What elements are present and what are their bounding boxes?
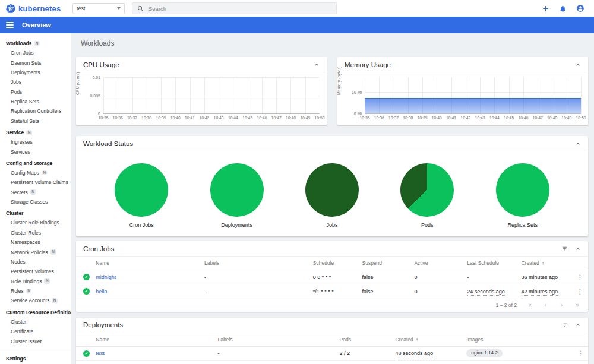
sidebar-item-roles[interactable]: RolesN <box>0 286 71 296</box>
collapse-icon[interactable] <box>575 62 581 68</box>
collapse-icon[interactable] <box>575 322 581 328</box>
sidebar-item-jobs[interactable]: Jobs <box>0 77 71 87</box>
column-header-schedule[interactable]: Schedule <box>311 257 360 270</box>
collapse-icon[interactable] <box>314 62 320 68</box>
column-header-created[interactable]: Created ↑ <box>519 257 573 270</box>
kebab-menu-icon[interactable]: ⋮ <box>575 349 586 357</box>
notifications-button[interactable] <box>559 5 567 12</box>
column-header-labels[interactable]: Labels <box>202 257 311 270</box>
column-header-active[interactable]: Active <box>412 257 465 270</box>
table-row: ✓hello-*/1 * * * *false024 seconds ago42… <box>76 284 588 299</box>
gridline <box>161 77 162 113</box>
column-header-name[interactable]: Name <box>93 333 215 347</box>
sidebar-item-services[interactable]: Services <box>0 147 71 156</box>
pods-cell: 3 / 3 <box>337 360 393 364</box>
gridline <box>233 77 233 113</box>
sidebar-item-cron-jobs[interactable]: Cron Jobs <box>0 48 71 58</box>
column-header-images[interactable]: Images <box>464 333 573 347</box>
namespace-selector[interactable]: test <box>72 3 125 14</box>
filter-icon[interactable] <box>561 322 568 328</box>
menu-icon[interactable] <box>6 22 14 28</box>
last-page-button[interactable] <box>574 302 580 308</box>
status-cell: ✓ <box>76 284 93 299</box>
sidebar-item-role-bindings[interactable]: Role BindingsN <box>0 277 71 286</box>
workload-pie-pods: Pods <box>391 163 463 228</box>
sidebar-item-replica-sets[interactable]: Replica Sets <box>0 97 71 106</box>
relative-time-value: - <box>467 274 469 281</box>
sidebar-item-service-accounts[interactable]: Service AccountsN <box>0 296 71 305</box>
sidebar-item-cluster-role-bindings[interactable]: Cluster Role Bindings <box>0 218 71 227</box>
sidebar-item-pods[interactable]: Pods <box>0 87 71 97</box>
collapse-icon[interactable] <box>575 246 581 252</box>
sidebar-item-label: Role Bindings <box>11 278 42 284</box>
table-row: ✓midnight-0 0 * * *false0-36 minutes ago… <box>76 270 588 284</box>
sidebar-item-storage-classes[interactable]: Storage Classes <box>0 197 71 207</box>
x-tick-label: 10:44 <box>228 116 238 120</box>
resource-name-link[interactable]: midnight <box>96 274 116 280</box>
labels-cell: - <box>215 346 337 360</box>
cpu-card-title: CPU Usage <box>83 61 307 68</box>
sidebar-item-label: Network Policies <box>11 249 48 255</box>
next-page-button[interactable] <box>558 302 564 308</box>
sidebar-item-config-maps[interactable]: Config MapsN <box>0 168 71 178</box>
sidebar-item-deployments[interactable]: Deployments <box>0 68 71 77</box>
sidebar-nav: WorkloadsNCron JobsDaemon SetsDeployment… <box>0 33 71 364</box>
column-header-labels[interactable]: Labels <box>215 333 337 347</box>
resource-name-link[interactable]: test <box>96 350 105 356</box>
x-tick-label: 10:48 <box>547 116 557 120</box>
sidebar-item-namespaces[interactable]: Namespaces <box>0 238 71 247</box>
column-header-pods[interactable]: Pods <box>337 333 393 347</box>
resource-name-link[interactable]: hello <box>96 289 107 295</box>
sidebar-item-service[interactable]: ServiceN <box>0 128 71 137</box>
memory-usage-chart: Memory (bytes) 10 Mi0 Mi10:3510:3610:371… <box>337 72 588 125</box>
sidebar-item-settings[interactable]: Settings <box>0 354 71 363</box>
sidebar-item-replication-controllers[interactable]: Replication Controllers <box>0 106 71 116</box>
create-resource-button[interactable] <box>542 5 549 12</box>
sidebar-item-persistent-volume-claims[interactable]: Persistent Volume ClaimsN <box>0 178 71 187</box>
chevron-down-icon <box>117 7 121 10</box>
x-tick-label: 10:42 <box>199 116 209 120</box>
kebab-menu-icon[interactable]: ⋮ <box>574 287 586 296</box>
gridline <box>248 77 248 113</box>
table-row: ✓test-2 / 248 seconds agonginx:1.14.2⋮ <box>76 346 588 360</box>
sidebar-item-label: Cluster Role Bindings <box>11 220 59 226</box>
column-header-suspend[interactable]: Suspend <box>360 257 412 270</box>
memory-y-axis-label: Memory (bytes) <box>337 66 341 95</box>
sidebar-item-daemon-sets[interactable]: Daemon Sets <box>0 58 71 67</box>
sidebar-item-nodes[interactable]: Nodes <box>0 257 71 267</box>
column-header-empty <box>76 333 93 347</box>
sidebar-item-label: Config Maps <box>11 170 39 176</box>
search-box[interactable] <box>132 2 337 14</box>
chip-cell: app: nginx <box>215 360 337 364</box>
sidebar-item-cluster-roles[interactable]: Cluster Roles <box>0 228 71 238</box>
previous-page-button[interactable] <box>543 302 549 308</box>
column-header-last-schedule[interactable]: Last Schedule <box>465 257 519 270</box>
x-tick-label: 10:45 <box>504 116 514 120</box>
namespaced-badge: N <box>26 130 32 135</box>
account-button[interactable] <box>576 4 584 12</box>
column-header-name[interactable]: Name <box>93 257 202 270</box>
first-page-button[interactable] <box>527 302 533 308</box>
sidebar-item-secrets[interactable]: SecretsN <box>0 188 71 197</box>
kubernetes-logo[interactable]: kubernetes <box>6 4 72 13</box>
kebab-menu-icon[interactable]: ⋮ <box>574 273 586 281</box>
workload-pie-cron-jobs: Cron Jobs <box>106 163 177 228</box>
kubernetes-dashboard: kubernetes test <box>0 0 594 364</box>
sidebar-item-certificate[interactable]: Certificate <box>0 327 71 336</box>
filter-icon[interactable] <box>561 245 568 252</box>
sidebar-item-network-policies[interactable]: Network PoliciesN <box>0 247 71 257</box>
sidebar-item-persistent-volumes[interactable]: Persistent Volumes <box>0 267 71 276</box>
workload-status-pies: Cron JobsDeploymentsJobsPodsReplica Sets <box>76 151 588 236</box>
sidebar-item-stateful-sets[interactable]: Stateful Sets <box>0 116 71 126</box>
sidebar-item-label: Persistent Volumes <box>11 268 54 274</box>
sidebar-item-workloads[interactable]: WorkloadsN <box>0 39 71 48</box>
sidebar-item-ingresses[interactable]: Ingresses <box>0 137 71 147</box>
x-tick-label: 10:41 <box>185 116 195 120</box>
collapse-icon[interactable] <box>575 141 581 147</box>
sidebar-item-cluster[interactable]: Cluster <box>0 317 71 327</box>
sidebar-item-cluster-issuer[interactable]: Cluster Issuer <box>0 336 71 346</box>
column-header-created[interactable]: Created ↑ <box>393 333 465 347</box>
relative-time-value: 48 seconds ago <box>396 350 434 357</box>
search-input[interactable] <box>148 5 331 12</box>
relative-time-value: 36 minutes ago <box>522 274 558 281</box>
